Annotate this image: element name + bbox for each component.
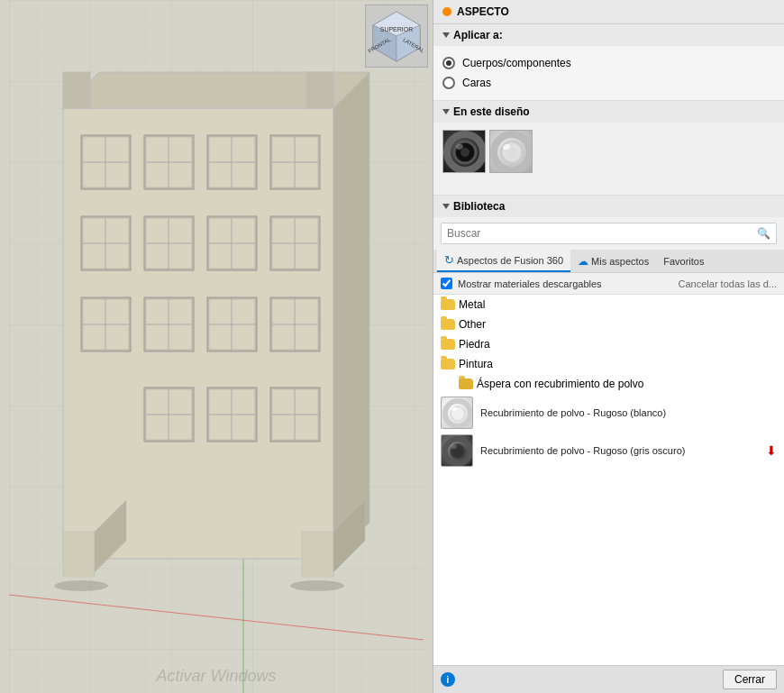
checkbox-label: Mostrar materiales descargables [458,278,602,289]
material-thumb-dark[interactable] [442,130,486,173]
bottom-bar: i Cerrar [433,665,784,693]
radio-cuerpos[interactable] [442,57,455,69]
cancel-text[interactable]: Cancelar todas las d... [679,278,777,289]
tree-item-metal[interactable]: Metal [433,295,784,315]
svg-marker-10 [63,532,95,577]
info-icon[interactable]: i [441,672,455,687]
triangle-down-icon [442,32,450,38]
tab-fusion360-label: Aspectos de Fusion 360 [457,255,563,266]
download-icon[interactable]: ⬇ [766,443,777,458]
apply-section-content: Cuerpos/componentes Caras [433,46,784,100]
checkbox-row: Mostrar materiales descargables Cancelar… [433,273,784,295]
design-section: En este diseño [433,101,784,196]
design-section-header[interactable]: En este diseño [433,101,784,123]
svg-rect-76 [63,72,90,108]
svg-point-15 [290,580,344,591]
panel-header: ASPECTO [433,0,784,24]
apply-section-label: Aplicar a: [453,29,503,41]
mat-blanco-label: Recubrimiento de polvo - Rugoso (blanco) [480,407,777,418]
tree-item-piedra-label: Piedra [459,338,490,351]
folder-icon-aspera [459,378,473,389]
triangle-down-icon-3 [442,204,450,209]
folder-icon-pintura [441,359,455,369]
library-section-label: Biblioteca [453,200,505,213]
refresh-icon: ↻ [444,253,454,267]
tab-favoritos[interactable]: Favoritos [656,252,711,270]
nav-cube[interactable]: SUPERIOR FRONTAL LATERAL [365,5,428,68]
svg-text:SUPERIOR: SUPERIOR [379,26,413,32]
cloud-icon: ☁ [578,255,588,268]
radio-caras-label: Caras [462,77,491,89]
mat-thumb-white [441,397,473,429]
materials-grid [433,123,784,195]
search-input[interactable] [442,223,752,243]
radio-caras[interactable] [442,77,455,89]
tree-item-pintura-label: Pintura [459,358,493,370]
3d-viewport[interactable]: SUPERIOR FRONTAL LATERAL Activar Windows [0,0,433,693]
panel-title: ASPECTO [457,5,509,18]
library-section-header[interactable]: Biblioteca [433,196,784,217]
search-icon[interactable]: 🔍 [752,223,776,243]
radio-row-cuerpos: Cuerpos/componentes [442,53,775,73]
show-downloadable-checkbox[interactable] [441,278,452,289]
folder-icon-piedra [441,339,455,350]
orange-dot-icon [442,7,451,16]
close-button[interactable]: Cerrar [723,670,777,689]
folder-icon-metal [441,299,455,310]
tree-item-aspera-label: Áspera con recubrimiento de polvo [477,378,643,390]
svg-marker-12 [302,532,333,577]
triangle-down-icon-2 [442,109,450,114]
design-section-label: En este diseño [453,105,530,118]
svg-marker-7 [333,72,369,559]
svg-point-91 [507,148,516,157]
tree-item-aspera[interactable]: Áspera con recubrimiento de polvo [433,374,784,394]
svg-point-87 [460,148,469,157]
search-bar: 🔍 [441,223,777,244]
radio-cuerpos-label: Cuerpos/componentes [462,57,571,69]
tree-list: Metal Other Piedra Pintura Áspera con re… [433,295,784,665]
svg-point-14 [54,580,108,591]
tree-item-metal-label: Metal [459,298,485,311]
apply-section-header[interactable]: Aplicar a: [433,24,784,46]
tab-mis-label: Mis aspectos [591,256,649,267]
tabs-bar: ↻ Aspectos de Fusion 360 ☁ Mis aspectos … [433,250,784,273]
mat-thumb-dark [441,434,473,467]
material-item-blanco[interactable]: Recubrimiento de polvo - Rugoso (blanco) [433,394,784,432]
material-item-oscuro[interactable]: Recubrimiento de polvo - Rugoso (gris os… [433,432,784,470]
tree-item-other-label: Other [459,318,486,331]
mat-oscuro-label: Recubrimiento de polvo - Rugoso (gris os… [480,445,759,456]
material-thumb-light[interactable] [489,130,533,173]
radio-row-caras: Caras [442,73,775,93]
tab-mis-aspectos[interactable]: ☁ Mis aspectos [570,251,656,271]
tree-item-other[interactable]: Other [433,315,784,334]
library-section: Biblioteca 🔍 ↻ Aspectos de Fusion 360 ☁ … [433,196,784,693]
right-panel: ASPECTO Aplicar a: Cuerpos/componentes C… [433,0,784,693]
tab-favoritos-label: Favoritos [663,256,704,267]
tree-item-piedra[interactable]: Piedra [433,334,784,354]
svg-rect-77 [306,72,333,108]
tree-item-pintura[interactable]: Pintura [433,354,784,374]
folder-icon-other [441,319,455,330]
apply-section: Aplicar a: Cuerpos/componentes Caras [433,24,784,101]
tab-fusion360[interactable]: ↻ Aspectos de Fusion 360 [437,250,570,272]
